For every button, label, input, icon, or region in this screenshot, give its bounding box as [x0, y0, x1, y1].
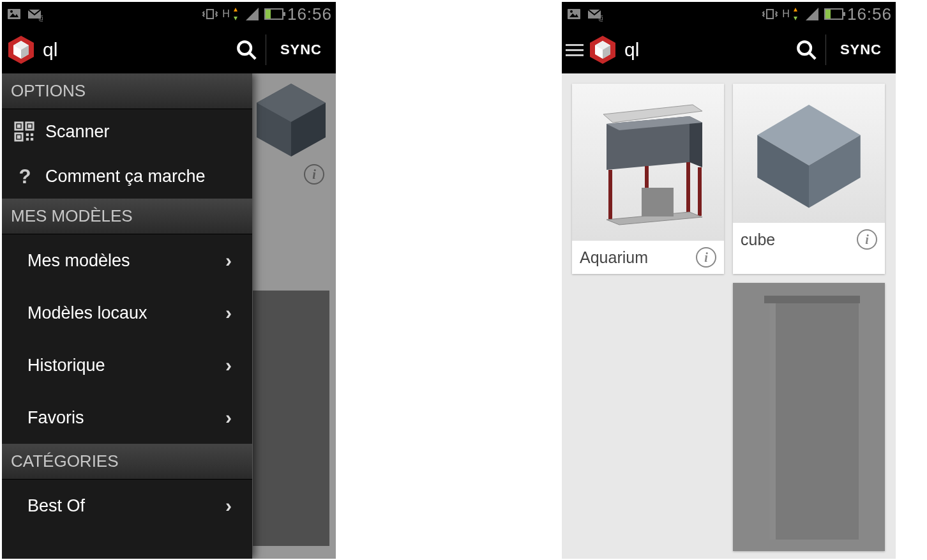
info-button[interactable]: i: [696, 247, 716, 268]
svg-rect-21: [17, 125, 21, 128]
picture-icon: [6, 6, 22, 22]
svg-rect-51: [698, 167, 702, 216]
card-title: Aquarium: [580, 248, 691, 267]
chevron-right-icon: ›: [225, 354, 232, 376]
svg-text:@: @: [598, 15, 603, 22]
svg-rect-26: [26, 138, 29, 140]
nav-drawer: OPTIONS Scanner ? Comment ça marche MES …: [2, 73, 252, 559]
chevron-right-icon: ›: [225, 495, 232, 517]
svg-rect-50: [686, 162, 690, 212]
svg-rect-29: [568, 9, 580, 19]
drawer-item-label: Favoris: [27, 408, 225, 428]
app-bar: ql SYNC: [2, 26, 336, 73]
drawer-section-options: OPTIONS: [2, 73, 252, 109]
drawer-item-label: Comment ça marche: [45, 167, 243, 186]
panel-thumb-icon: [745, 289, 873, 545]
search-button[interactable]: [227, 26, 266, 73]
app-title: ql: [43, 39, 227, 61]
cube-thumb-icon: [748, 93, 870, 214]
drawer-item-favorites[interactable]: Favoris ›: [2, 391, 252, 444]
svg-point-13: [238, 42, 251, 54]
svg-marker-37: [806, 8, 818, 20]
signal-icon: [804, 6, 820, 22]
search-button[interactable]: [787, 26, 825, 73]
app-logo-icon[interactable]: [587, 34, 618, 65]
drawer-item-local-models[interactable]: Modèles locaux ›: [2, 287, 252, 339]
data-arrows-icon: [794, 8, 800, 20]
network-type: H: [782, 8, 790, 20]
svg-rect-58: [769, 303, 859, 540]
search-icon: [795, 39, 817, 61]
svg-rect-53: [642, 188, 674, 216]
svg-rect-57: [764, 296, 860, 303]
battery-icon: [824, 8, 843, 20]
svg-marker-35: [794, 8, 797, 11]
chevron-right-icon: ›: [225, 407, 232, 428]
sync-button[interactable]: SYNC: [266, 42, 336, 58]
svg-rect-48: [608, 170, 612, 220]
svg-point-2: [10, 10, 13, 13]
question-icon: ?: [11, 165, 38, 187]
svg-marker-8: [246, 8, 259, 20]
drawer-section-categories: CATÉGORIES: [2, 444, 252, 480]
status-time: 16:56: [287, 4, 332, 24]
qrcode-icon: [11, 121, 38, 142]
app-title: ql: [624, 39, 787, 61]
drawer-item-label: Historique: [27, 356, 225, 375]
drawer-item-label: Mes modèles: [27, 251, 225, 271]
svg-point-31: [570, 10, 573, 13]
status-bar: @ H 16:56: [562, 2, 896, 26]
phone-screenshot-drawer: @ H 16:56 ql SYNC i: [2, 2, 336, 559]
svg-rect-24: [26, 133, 29, 136]
svg-marker-7: [234, 17, 237, 20]
svg-line-14: [249, 52, 255, 59]
picture-icon: [566, 6, 582, 22]
status-time: 16:56: [847, 4, 892, 24]
svg-rect-22: [28, 125, 32, 128]
chevron-right-icon: ›: [225, 250, 232, 271]
model-card-partial[interactable]: [733, 283, 885, 551]
status-bar: @ H 16:56: [2, 2, 336, 26]
drawer-item-label: Modèles locaux: [27, 303, 225, 323]
svg-marker-36: [794, 17, 797, 20]
svg-rect-59: [769, 303, 776, 540]
drawer-item-bestof[interactable]: Best Of ›: [2, 480, 252, 532]
info-button[interactable]: i: [857, 229, 877, 250]
svg-rect-5: [207, 10, 213, 19]
drawer-item-my-models[interactable]: Mes modèles ›: [2, 234, 252, 287]
app-logo-icon[interactable]: [6, 34, 36, 65]
search-icon: [236, 39, 257, 61]
svg-rect-0: [8, 9, 20, 19]
svg-text:?: ?: [19, 165, 31, 187]
data-arrows-icon: [234, 8, 240, 20]
svg-marker-6: [234, 8, 237, 11]
drawer-item-how-it-works[interactable]: ? Comment ça marche: [2, 154, 252, 199]
aquarium-thumb-icon: [584, 92, 712, 232]
model-card-cube[interactable]: cube i: [733, 84, 885, 274]
menu-button[interactable]: [566, 44, 584, 56]
mail-icon: @: [586, 6, 603, 22]
model-grid: Aquarium i cube i: [562, 73, 896, 559]
svg-rect-34: [767, 10, 773, 19]
app-bar: ql SYNC: [562, 26, 896, 73]
vibrate-icon: [762, 6, 778, 22]
signal-icon: [244, 6, 260, 22]
mail-icon: @: [26, 6, 43, 22]
svg-rect-25: [31, 133, 33, 136]
drawer-item-label: Scanner: [45, 122, 243, 142]
drawer-item-history[interactable]: Historique ›: [2, 339, 252, 391]
battery-icon: [264, 8, 283, 20]
svg-line-43: [809, 52, 815, 59]
svg-text:@: @: [38, 15, 43, 22]
chevron-right-icon: ›: [225, 302, 232, 324]
svg-marker-46: [690, 116, 702, 167]
network-type: H: [222, 8, 230, 20]
phone-screenshot-grid: @ H 16:56 ql SYNC: [562, 2, 896, 559]
svg-rect-23: [17, 135, 21, 139]
card-title: cube: [741, 231, 852, 249]
sync-button[interactable]: SYNC: [826, 42, 896, 58]
model-card-aquarium[interactable]: Aquarium i: [572, 84, 724, 274]
drawer-item-scanner[interactable]: Scanner: [2, 109, 252, 154]
drawer-item-label: Best Of: [27, 496, 225, 516]
drawer-section-models: MES MODÈLES: [2, 199, 252, 234]
